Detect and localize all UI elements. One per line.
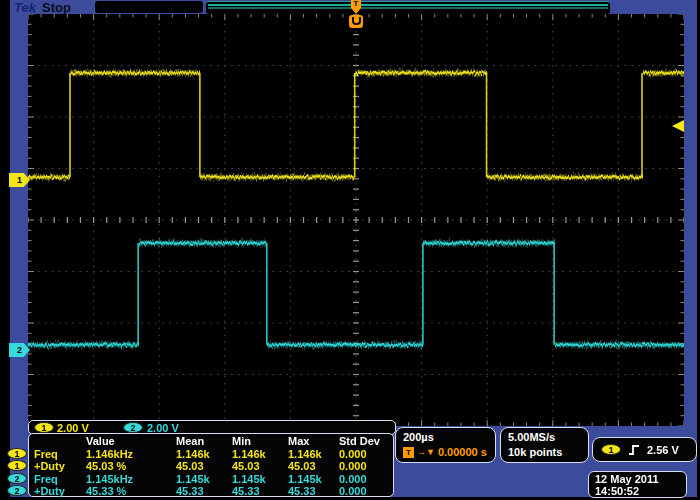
channel2-badge: 2 [7, 485, 27, 496]
trigger-source-badge: 1 [601, 444, 621, 455]
trigger-t-flag-icon: T [351, 0, 361, 8]
cell-min: 45.33 [232, 485, 288, 498]
record-view-bar [206, 1, 610, 14]
col-header-value: Value [86, 435, 176, 448]
table-row-label: 1 Freq [29, 448, 86, 461]
trigger-t-icon: T [403, 447, 414, 458]
table-row-label: 1 +Duty [29, 460, 86, 473]
timebase-position: 0.00000 s [438, 445, 487, 460]
col-header-mean: Mean [176, 435, 232, 448]
trigger-u-icon [349, 15, 363, 28]
table-row-label: 2 Freq [29, 473, 86, 486]
cell-mean: 45.33 [176, 485, 232, 498]
waveform-canvas [28, 14, 684, 426]
rising-edge-icon [628, 443, 640, 456]
trigger-position-marker: T [348, 0, 364, 32]
cell-mean: 1.145k [176, 473, 232, 486]
u-glyph [352, 17, 361, 25]
cell-min: 1.145k [232, 473, 288, 486]
channel1-badge: 1 [34, 422, 54, 433]
cell-mean: 1.146k [176, 448, 232, 461]
cell-stddev: 0.000 [339, 485, 393, 498]
cell-min: 1.146k [232, 448, 288, 461]
measurement-name: Freq [34, 473, 86, 485]
trigger-level: 2.56 V [647, 444, 679, 456]
cell-mean: 45.03 [176, 460, 232, 473]
cell-value: 1.145kHz [86, 473, 176, 486]
cell-max: 45.33 [288, 485, 339, 498]
timebase-scale: 200µs [403, 430, 495, 445]
cell-max: 45.03 [288, 460, 339, 473]
col-header-min: Min [232, 435, 288, 448]
cell-max: 1.146k [288, 448, 339, 461]
timebase-position-line: T→▼0.00000 s [403, 445, 495, 460]
measurement-name: +Duty [34, 460, 86, 472]
measurement-table: Value Mean Min Max Std Dev 1 Freq 1.146k… [28, 433, 394, 497]
measurement-name: +Duty [34, 485, 86, 497]
status-box [95, 1, 203, 13]
measurement-name: Freq [34, 448, 86, 460]
channel1-badge: 1 [7, 460, 27, 471]
date-text: 12 May 2011 [595, 473, 686, 485]
channel2-badge: 2 [123, 422, 143, 433]
acquisition-status: Stop [42, 0, 71, 15]
trigger-arrow-down-icon [351, 8, 361, 14]
waveform-display [28, 14, 684, 426]
trigger-readout: 1 2.56 V [592, 437, 697, 462]
cell-stddev: 0.000 [339, 473, 393, 486]
record-view-trace-dim [208, 7, 608, 9]
cell-value: 45.03 % [86, 460, 176, 473]
record-view-trace [208, 4, 608, 6]
datetime-readout: 12 May 2011 14:50:52 [588, 471, 687, 498]
trigger-level-arrow-icon [672, 120, 684, 132]
cell-value: 1.146kHz [86, 448, 176, 461]
col-header-max: Max [288, 435, 339, 448]
table-row-label: 2 +Duty [29, 485, 86, 498]
record-length: 10k points [508, 445, 588, 460]
acquisition-readout: 5.00MS/s 10k points [500, 427, 589, 463]
time-text: 14:50:52 [595, 485, 686, 497]
sample-rate: 5.00MS/s [508, 430, 588, 445]
cell-min: 45.03 [232, 460, 288, 473]
tek-logo: Tek [14, 0, 36, 15]
cell-stddev: 0.000 [339, 460, 393, 473]
arrow-down-icon: →▼ [417, 445, 435, 460]
channel2-badge: 2 [7, 473, 27, 484]
channel1-badge: 1 [7, 448, 27, 459]
cell-stddev: 0.000 [339, 448, 393, 461]
col-header-stddev: Std Dev [339, 435, 393, 448]
measurement-header-spacer [29, 435, 86, 448]
timebase-readout: 200µs T→▼0.00000 s [395, 427, 496, 463]
cell-value: 45.33 % [86, 485, 176, 498]
cell-max: 1.145k [288, 473, 339, 486]
